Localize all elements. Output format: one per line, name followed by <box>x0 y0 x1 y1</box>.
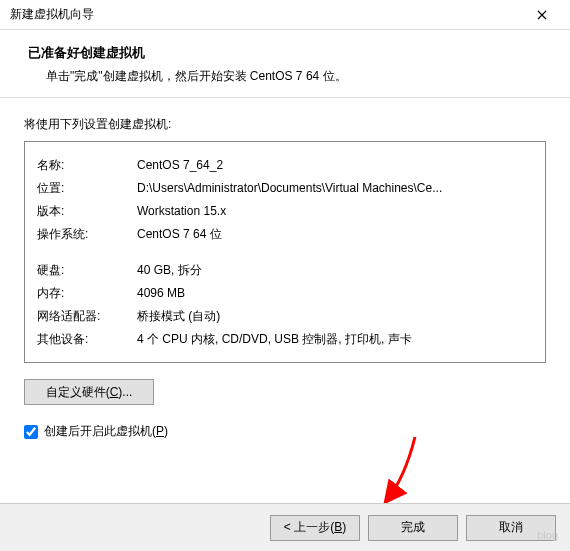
label-network: 网络适配器: <box>37 306 137 326</box>
value-memory: 4096 MB <box>137 283 533 303</box>
value-network: 桥接模式 (自动) <box>137 306 533 326</box>
back-button[interactable]: < 上一步(B) <box>270 515 360 541</box>
value-name: CentOS 7_64_2 <box>137 155 533 175</box>
label-memory: 内存: <box>37 283 137 303</box>
page-subtitle: 单击"完成"创建虚拟机，然后开始安装 CentOS 7 64 位。 <box>28 68 552 85</box>
content-area: 将使用下列设置创建虚拟机: 名称: CentOS 7_64_2 位置: D:\U… <box>0 98 570 440</box>
value-other: 4 个 CPU 内核, CD/DVD, USB 控制器, 打印机, 声卡 <box>137 329 533 349</box>
customize-hardware-button[interactable]: 自定义硬件(C)... <box>24 379 154 405</box>
label-location: 位置: <box>37 178 137 198</box>
row-os: 操作系统: CentOS 7 64 位 <box>37 224 533 244</box>
annotation-arrow-icon <box>365 432 425 512</box>
label-disk: 硬盘: <box>37 260 137 280</box>
row-memory: 内存: 4096 MB <box>37 283 533 303</box>
row-name: 名称: CentOS 7_64_2 <box>37 155 533 175</box>
power-on-label: 创建后开启此虚拟机(P) <box>44 423 168 440</box>
wizard-footer: < 上一步(B) 完成 取消 <box>0 503 570 551</box>
row-network: 网络适配器: 桥接模式 (自动) <box>37 306 533 326</box>
value-disk: 40 GB, 拆分 <box>137 260 533 280</box>
cancel-button[interactable]: 取消 <box>466 515 556 541</box>
row-disk: 硬盘: 40 GB, 拆分 <box>37 260 533 280</box>
row-location: 位置: D:\Users\Administrator\Documents\Vir… <box>37 178 533 198</box>
label-version: 版本: <box>37 201 137 221</box>
power-on-checkbox-row[interactable]: 创建后开启此虚拟机(P) <box>24 423 546 440</box>
settings-panel: 名称: CentOS 7_64_2 位置: D:\Users\Administr… <box>24 141 546 363</box>
close-icon <box>537 10 547 20</box>
label-name: 名称: <box>37 155 137 175</box>
label-other: 其他设备: <box>37 329 137 349</box>
row-version: 版本: Workstation 15.x <box>37 201 533 221</box>
power-on-checkbox[interactable] <box>24 425 38 439</box>
settings-intro: 将使用下列设置创建虚拟机: <box>24 116 546 133</box>
wizard-header: 已准备好创建虚拟机 单击"完成"创建虚拟机，然后开始安装 CentOS 7 64… <box>0 30 570 98</box>
window-title: 新建虚拟机向导 <box>10 6 522 23</box>
page-heading: 已准备好创建虚拟机 <box>28 44 552 62</box>
close-button[interactable] <box>522 1 562 29</box>
finish-button[interactable]: 完成 <box>368 515 458 541</box>
label-os: 操作系统: <box>37 224 137 244</box>
titlebar: 新建虚拟机向导 <box>0 0 570 30</box>
value-os: CentOS 7 64 位 <box>137 224 533 244</box>
value-location: D:\Users\Administrator\Documents\Virtual… <box>137 178 533 198</box>
value-version: Workstation 15.x <box>137 201 533 221</box>
row-other: 其他设备: 4 个 CPU 内核, CD/DVD, USB 控制器, 打印机, … <box>37 329 533 349</box>
